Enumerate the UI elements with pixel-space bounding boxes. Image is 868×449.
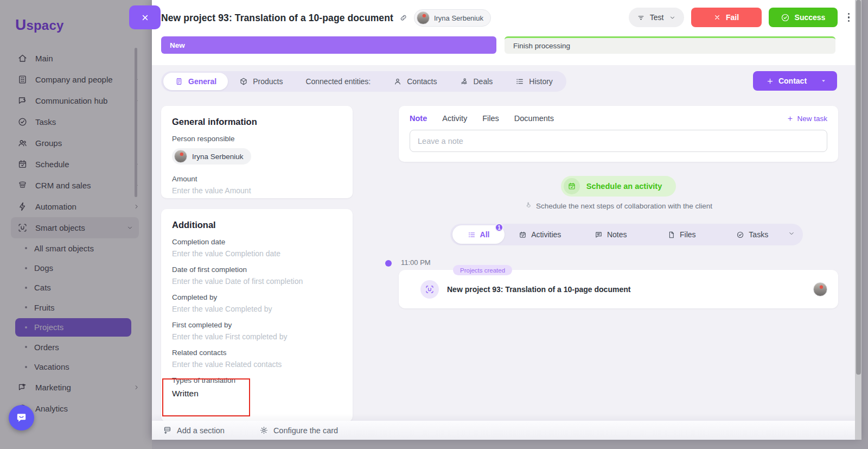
filter-files[interactable]: Files [646,225,717,244]
smart-object-icon [420,280,439,299]
stage-progress: New Finish processing [161,36,835,54]
tab-activity[interactable]: Activity [442,114,467,123]
event-type-badge: Projects created [453,265,512,275]
pointer-hand-icon [525,201,532,210]
chevron-down-icon [820,77,827,85]
stage-finish-processing[interactable]: Finish processing [505,36,835,54]
chevron-down-icon[interactable] [788,230,801,239]
field-amount: Amount Enter the value Amount [172,175,342,195]
tab-note[interactable]: Note [410,114,427,123]
card-title: Additional [172,220,342,230]
additional-card: Additional Completion date Enter the val… [161,209,353,422]
filter-notes[interactable]: Notes [576,225,647,244]
field-types-of-translation: Types of translation Written [172,376,342,399]
timeline-filter-bar: All 1 Activities Notes Files Tasks [450,224,803,245]
tab-connected-entities[interactable]: Connected entities: [294,73,382,90]
panel-scrollbar[interactable] [855,0,861,440]
chevron-down-icon [669,14,676,21]
timeline-dot [385,260,392,267]
check-circle-icon [736,231,744,239]
deal-icon [460,77,469,86]
tab-products[interactable]: Products [228,73,294,90]
event-title: New project 93: Translation of a 10-page… [447,285,630,294]
project-detail-panel: New project 93: Translation of a 10-page… [152,0,861,440]
owner-chip[interactable]: Iryna Serbeniuk [414,9,491,27]
filter-tasks[interactable]: Tasks [717,225,788,244]
chat-smile-icon [15,412,28,424]
tab-files[interactable]: Files [482,114,499,123]
note-tabs: Note Activity Files Documents New task [410,114,827,123]
list-icon [468,231,476,239]
copy-link-icon[interactable] [399,14,408,22]
configure-card-button[interactable]: Configure the card [259,426,338,435]
filter-all[interactable]: All 1 [452,225,505,244]
tab-contacts[interactable]: Contacts [382,73,448,90]
page-title: New project 93: Translation of a 10-page… [161,12,393,24]
close-button[interactable] [129,5,161,29]
more-options-kebab-icon[interactable] [845,11,853,24]
check-circle-icon [781,13,790,22]
person-chip[interactable]: Iryna Serbeniuk [172,148,251,165]
note-icon [595,231,603,239]
x-icon [713,14,721,21]
avatar [813,282,827,296]
field-date-of-first-completion: Date of first completion Enter the value… [172,265,342,286]
add-section-button[interactable]: Add a section [163,426,225,435]
new-task-button[interactable]: New task [787,115,827,123]
schedule-hint: Schedule the next steps of collaboration… [399,201,838,210]
tab-history[interactable]: History [504,73,564,90]
calendar-check-icon [564,178,580,194]
gear-icon [259,426,269,435]
plus-icon [787,115,794,122]
test-dropdown[interactable]: Test [629,8,684,27]
cube-icon [239,77,248,86]
notes-card: Note Activity Files Documents New task [399,106,838,162]
avatar [174,150,187,163]
schedule-activity-button[interactable]: Schedule an activity [561,176,676,197]
card-title: General information [172,117,342,127]
field-related-contacts: Related contacts Enter the value Related… [172,349,342,369]
tab-deals[interactable]: Deals [449,73,505,90]
amount-placeholder[interactable]: Enter the value Amount [172,186,342,195]
fail-button[interactable]: Fail [691,8,762,27]
types-of-translation-value[interactable]: Written [172,389,342,399]
success-button[interactable]: Success [769,8,838,27]
field-person-responsible: Person responsible Iryna Serbeniuk [172,135,342,165]
panel-header: New project 93: Translation of a 10-page… [152,0,861,65]
general-information-card: General information Person responsible I… [161,106,353,198]
tab-documents[interactable]: Documents [514,114,554,123]
tab-general[interactable]: General [163,73,228,90]
add-contact-button[interactable]: Contact [753,71,837,91]
list-icon [515,77,524,86]
chat-widget-button[interactable] [9,405,34,431]
all-count-badge: 1 [495,223,503,232]
avatar [417,11,430,24]
panel-content: General Products Connected entities: Con… [152,65,861,421]
field-completion-date: Completion date Enter the value Completi… [172,238,342,258]
field-completed-by: Completed by Enter the value Completed b… [172,293,342,313]
note-input[interactable] [410,130,827,152]
panel-footer: Add a section Configure the card [152,421,861,440]
timeline-event-card[interactable]: Projects created New project 93: Transla… [399,270,838,308]
field-first-completed-by: First completed by Enter the value First… [172,321,342,341]
close-icon [141,13,150,22]
scrollbar-thumb[interactable] [856,0,861,375]
person-icon [393,77,402,86]
plus-icon [766,77,774,85]
add-section-icon [163,426,172,435]
timeline-time: 11:00 PM [401,258,431,267]
filter-icon [637,14,645,22]
file-icon [667,231,675,239]
stage-new[interactable]: New [161,36,496,54]
main-tabs: General Products Connected entities: Con… [161,71,566,92]
document-icon [175,77,183,86]
contact-dropdown-caret[interactable] [820,77,837,85]
calendar-check-icon [519,231,527,239]
filter-activities[interactable]: Activities [505,225,576,244]
